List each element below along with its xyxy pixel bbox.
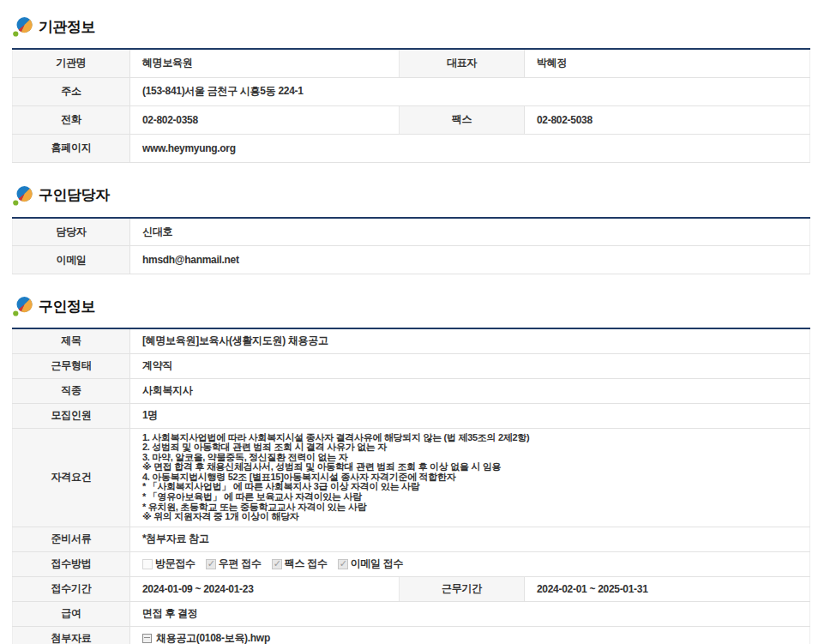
row-label-org-name: 기관명 — [13, 49, 130, 77]
row-value-work-type: 계약직 — [130, 353, 810, 378]
row-value-org-name: 혜명보육원 — [130, 49, 400, 77]
table-row: 자격요건 1. 사회복지사업법에 따라 사회복지시설 종사자 결격사유에 해당되… — [13, 428, 810, 527]
row-value-fax: 02-802-5038 — [525, 105, 810, 134]
row-value-ceo: 박혜정 — [525, 49, 810, 77]
row-label-job-category: 직종 — [13, 378, 130, 403]
apply-method-option-fax: 팩스 접수 — [272, 557, 328, 571]
row-value-apply-period: 2024-01-09 ~ 2024-01-23 — [130, 576, 400, 601]
table-row: 모집인원 1명 — [13, 403, 810, 428]
row-label-manager: 담당자 — [13, 218, 130, 246]
section-job-info: 구인정보 제목 [혜명보육원]보육사(생활지도원) 채용공고 근무형태 계약직 … — [12, 295, 810, 644]
row-value-manager: 신대호 — [130, 218, 810, 246]
section-title: 구인정보 — [39, 297, 95, 316]
section-title: 기관정보 — [39, 17, 95, 37]
attachment-filename: 채용공고(0108-보육).hwp — [156, 631, 270, 644]
table-row: 전화 02-802-0358 팩스 02-802-5038 — [13, 105, 810, 134]
table-row: 홈페이지 www.heymyung.org — [13, 134, 810, 162]
section-gap — [12, 274, 810, 295]
row-value-email: hmsdh@hanmail.net — [130, 246, 810, 274]
file-icon — [142, 634, 152, 643]
qualification-line: ※ 위의 지원자격 중 1개 이상이 해당자 — [142, 512, 797, 522]
table-row: 급여 면접 후 결정 — [13, 601, 810, 626]
row-label-apply-period: 접수기간 — [13, 576, 130, 601]
row-value-attachment: 채용공고(0108-보육).hwp — [130, 626, 810, 644]
table-row: 접수기간 2024-01-09 ~ 2024-01-23 근무기간 2024-0… — [13, 576, 810, 601]
section-title: 구인담당자 — [39, 185, 110, 205]
section-bullet-icon — [12, 295, 33, 317]
row-label-apply-method: 접수방법 — [13, 551, 130, 576]
table-row: 직종 사회복지사 — [13, 378, 810, 403]
row-label-fax: 팩스 — [400, 105, 525, 134]
row-label-salary: 급여 — [13, 601, 130, 626]
checkbox-mail[interactable] — [206, 559, 216, 569]
checkbox-fax[interactable] — [272, 559, 282, 569]
apply-method-option-email: 이메일 접수 — [338, 557, 404, 571]
row-label-email: 이메일 — [13, 246, 130, 274]
table-row: 이메일 hmsdh@hanmail.net — [13, 246, 810, 274]
row-value-salary: 면접 후 결정 — [130, 601, 810, 626]
table-row: 첨부자료 채용공고(0108-보육).hwp — [13, 626, 810, 644]
attachment-link[interactable]: 채용공고(0108-보육).hwp — [142, 631, 270, 644]
section-gap — [12, 163, 810, 184]
table-row: 주소 (153-841)서울 금천구 시흥5동 224-1 — [13, 77, 810, 105]
row-value-job-title: [혜명보육원]보육사(생활지도원) 채용공고 — [130, 328, 810, 353]
checkbox-visit[interactable] — [142, 559, 153, 569]
row-label-work-type: 근무형태 — [13, 353, 130, 378]
job-posting-page: 기관정보 기관명 혜명보육원 대표자 박혜정 주소 (153-841)서울 금천… — [0, 0, 824, 644]
checkbox-label: 방문접수 — [155, 557, 195, 571]
row-value-phone: 02-802-0358 — [130, 105, 400, 134]
row-label-job-title: 제목 — [13, 328, 130, 353]
table-row: 근무형태 계약직 — [13, 353, 810, 378]
row-label-attachment: 첨부자료 — [13, 626, 130, 644]
checkbox-label: 팩스 접수 — [285, 557, 328, 571]
apply-method-option-visit: 방문접수 — [142, 557, 195, 571]
row-value-address: (153-841)서울 금천구 시흥5동 224-1 — [130, 77, 810, 105]
table-row: 제목 [혜명보육원]보육사(생활지도원) 채용공고 — [13, 328, 810, 353]
section-contact: 구인담당자 담당자 신대호 이메일 hmsdh@hanmail.net — [12, 184, 810, 275]
row-value-homepage: www.heymyung.org — [130, 134, 810, 162]
section-header-job-info: 구인정보 — [12, 295, 810, 317]
qualification-line: * 「영유아보육법」 에 따른 보육교사 자격이있는 사람 — [142, 492, 797, 503]
apply-method-option-mail: 우편 접수 — [206, 557, 262, 571]
row-label-ceo: 대표자 — [400, 49, 525, 77]
row-label-phone: 전화 — [13, 105, 130, 134]
row-value-headcount: 1명 — [130, 403, 810, 428]
qualification-line: 2. 성범죄 및 아동학대 관련 범죄 조회 시 결격 사유가 없는 자 — [142, 442, 797, 453]
contact-table: 담당자 신대호 이메일 hmsdh@hanmail.net — [12, 217, 810, 275]
checkbox-label: 이메일 접수 — [351, 557, 404, 571]
table-row: 준비서류 *첨부자료 참고 — [13, 527, 810, 551]
row-label-address: 주소 — [13, 77, 130, 105]
section-header-contact: 구인담당자 — [12, 184, 810, 207]
org-info-table: 기관명 혜명보육원 대표자 박혜정 주소 (153-841)서울 금천구 시흥5… — [12, 48, 810, 163]
row-value-documents: *첨부자료 참고 — [130, 527, 810, 551]
row-label-documents: 준비서류 — [13, 527, 130, 551]
section-bullet-icon — [12, 184, 33, 207]
row-value-apply-method: 방문접수 우편 접수 팩스 접수 이메일 접수 — [130, 551, 810, 576]
checkbox-label: 우편 접수 — [219, 557, 262, 571]
table-row: 담당자 신대호 — [13, 218, 810, 246]
table-row: 기관명 혜명보육원 대표자 박혜정 — [13, 49, 810, 77]
row-label-headcount: 모집인원 — [13, 403, 130, 428]
section-header-org-info: 기관정보 — [12, 15, 810, 38]
row-label-qualifications: 자격요건 — [13, 428, 130, 527]
section-org-info: 기관정보 기관명 혜명보육원 대표자 박혜정 주소 (153-841)서울 금천… — [12, 15, 810, 163]
row-value-qualifications: 1. 사회복지사업법에 따라 사회복지시설 종사자 결격사유에 해당되지 않는 … — [130, 428, 810, 527]
job-info-table: 제목 [혜명보육원]보육사(생활지도원) 채용공고 근무형태 계약직 직종 사회… — [12, 328, 810, 644]
row-label-homepage: 홈페이지 — [13, 134, 130, 162]
row-value-job-category: 사회복지사 — [130, 378, 810, 403]
row-label-work-period: 근무기간 — [400, 576, 525, 601]
row-value-work-period: 2024-02-01 ~ 2025-01-31 — [525, 576, 810, 601]
checkbox-email[interactable] — [338, 559, 348, 569]
table-row: 접수방법 방문접수 우편 접수 팩스 접수 — [13, 551, 810, 576]
section-bullet-icon — [12, 15, 33, 38]
